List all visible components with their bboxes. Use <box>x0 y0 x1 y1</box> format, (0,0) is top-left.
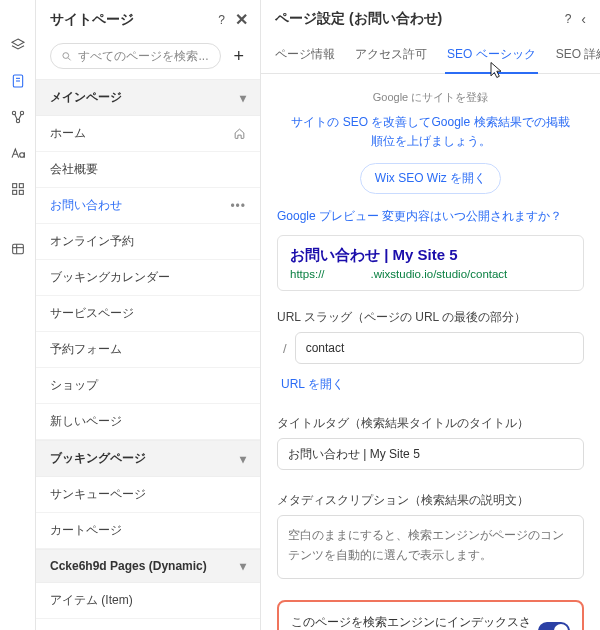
page-item[interactable]: カートページ <box>36 513 260 549</box>
structure-icon[interactable] <box>9 108 27 126</box>
search-input[interactable] <box>78 49 210 63</box>
google-preview-box: お問い合わせ | My Site 5 https:// .wixstudio.i… <box>277 235 584 291</box>
page-item[interactable]: 会社概要 <box>36 152 260 188</box>
page-item[interactable]: アイテム (List) <box>36 619 260 630</box>
home-icon <box>233 127 246 140</box>
open-url-link[interactable]: URL を開く <box>281 376 344 393</box>
index-toggle-label: このページを検索エンジンにインデックスさせる <box>291 614 538 630</box>
font-icon[interactable] <box>9 144 27 162</box>
tab-page-info[interactable]: ページ情報 <box>275 36 335 73</box>
svg-rect-8 <box>19 184 23 188</box>
close-icon[interactable]: ✕ <box>235 10 248 29</box>
wix-seo-wiz-button[interactable]: Wix SEO Wiz を開く <box>360 163 501 194</box>
pages-panel: サイトページ ? ✕ + メインページ▾ホーム会社概要お問い合わせ•••オンライ… <box>36 0 261 630</box>
meta-description-input[interactable] <box>277 515 584 579</box>
google-register-note: Google にサイトを登録 <box>277 90 584 105</box>
tab-seo-basic[interactable]: SEO ベーシック <box>447 36 536 73</box>
seo-blurb: サイトの SEO を改善してGoogle 検索結果での掲載順位を上げましょう。 <box>287 113 574 151</box>
title-tag-label: タイトルタグ（検索結果タイトルのタイトル） <box>277 415 584 432</box>
page-item[interactable]: 新しいページ <box>36 404 260 440</box>
section-header[interactable]: メインページ▾ <box>36 79 260 116</box>
slug-slash: / <box>277 341 287 356</box>
index-toggle[interactable] <box>538 622 570 630</box>
section-header[interactable]: Ccke6h9d Pages (Dynamic)▾ <box>36 549 260 583</box>
more-icon[interactable]: ••• <box>230 199 246 213</box>
page-item[interactable]: オンライン予約 <box>36 224 260 260</box>
svg-point-6 <box>19 153 24 158</box>
page-settings-panel: ページ設定 (お問い合わせ) ? ‹ ページ情報 アクセス許可 SEO ベーシッ… <box>261 0 600 630</box>
left-rail <box>0 0 36 630</box>
page-item[interactable]: お問い合わせ••• <box>36 188 260 224</box>
tab-permissions[interactable]: アクセス許可 <box>355 36 427 73</box>
pages-panel-title: サイトページ <box>50 11 134 29</box>
section-header[interactable]: ブッキングページ▾ <box>36 440 260 477</box>
svg-rect-10 <box>19 190 23 194</box>
help-icon[interactable]: ? <box>218 13 225 27</box>
settings-title: ページ設定 (お問い合わせ) <box>275 10 442 28</box>
slug-label: URL スラッグ（ページの URL の最後の部分） <box>277 309 584 326</box>
layers-icon[interactable] <box>9 36 27 54</box>
page-item[interactable]: ホーム <box>36 116 260 152</box>
page-item[interactable]: ショップ <box>36 368 260 404</box>
page-item[interactable]: サンキューページ <box>36 477 260 513</box>
collapse-icon[interactable]: ‹ <box>581 11 586 27</box>
title-tag-input[interactable] <box>277 438 584 470</box>
page-tree: メインページ▾ホーム会社概要お問い合わせ•••オンライン予約ブッキングカレンダー… <box>36 79 260 630</box>
settings-tabs: ページ情報 アクセス許可 SEO ベーシック SEO 詳細設定 › <box>261 36 600 74</box>
google-preview-label: Google プレビュー <box>277 209 382 223</box>
svg-rect-11 <box>12 244 23 253</box>
search-input-wrap[interactable] <box>50 43 221 69</box>
data-icon[interactable] <box>9 240 27 258</box>
page-item[interactable]: ブッキングカレンダー <box>36 260 260 296</box>
add-page-button[interactable]: + <box>229 46 248 67</box>
preview-publish-link[interactable]: 変更内容はいつ公開されますか？ <box>382 209 562 223</box>
help-icon[interactable]: ? <box>565 12 572 26</box>
apps-icon[interactable] <box>9 180 27 198</box>
search-icon <box>61 50 72 63</box>
preview-title: お問い合わせ | My Site 5 <box>290 246 571 265</box>
index-toggle-box: このページを検索エンジンにインデックスさせる <box>277 600 584 630</box>
svg-point-14 <box>63 52 69 58</box>
svg-line-15 <box>68 57 70 59</box>
google-preview-row: Google プレビュー 変更内容はいつ公開されますか？ <box>277 208 584 225</box>
preview-url: https:// .wixstudio.io/studio/contact <box>290 268 571 280</box>
page-item[interactable]: サービスページ <box>36 296 260 332</box>
svg-rect-9 <box>12 190 16 194</box>
svg-rect-7 <box>12 184 16 188</box>
meta-label: メタディスクリプション（検索結果の説明文） <box>277 492 584 509</box>
slug-input[interactable] <box>295 332 584 364</box>
page-item[interactable]: アイテム (Item) <box>36 583 260 619</box>
tab-seo-advanced[interactable]: SEO 詳細設定 <box>556 36 600 73</box>
pages-icon[interactable] <box>9 72 27 90</box>
page-item[interactable]: 予約フォーム <box>36 332 260 368</box>
